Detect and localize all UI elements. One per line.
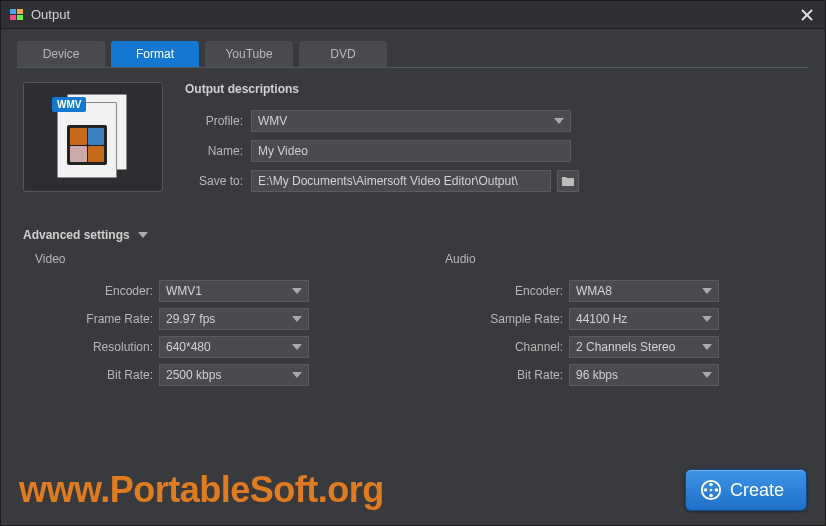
audio-encoder-select[interactable]: WMA8 — [569, 280, 719, 302]
video-bitrate-select[interactable]: 2500 kbps — [159, 364, 309, 386]
chevron-down-icon — [702, 288, 712, 294]
advanced-heading: Advanced settings — [23, 228, 130, 242]
svg-point-7 — [709, 483, 713, 487]
window-title: Output — [31, 7, 797, 22]
svg-rect-1 — [17, 9, 23, 14]
video-bitrate-label: Bit Rate: — [23, 368, 153, 382]
chevron-down-icon — [702, 372, 712, 378]
chevron-down-icon — [292, 288, 302, 294]
film-reel-icon — [700, 479, 722, 501]
chevron-down-icon — [554, 118, 564, 124]
close-icon — [801, 9, 813, 21]
output-descriptions: Output descriptions Profile: WMV Name: S — [185, 82, 803, 200]
framerate-value: 29.97 fps — [166, 312, 215, 326]
chevron-down-icon — [702, 344, 712, 350]
footer: www.PortableSoft.org Create — [1, 465, 825, 525]
video-bitrate-value: 2500 kbps — [166, 368, 221, 382]
titlebar: Output — [1, 1, 825, 29]
chevron-down-icon — [138, 232, 148, 238]
svg-point-9 — [709, 494, 713, 498]
audio-bitrate-label: Bit Rate: — [433, 368, 563, 382]
audio-settings-col: Audio Encoder: WMA8 Sample Rate: 44100 H… — [433, 248, 803, 392]
folder-icon — [561, 175, 575, 187]
samplerate-value: 44100 Hz — [576, 312, 627, 326]
audio-encoder-label: Encoder: — [433, 284, 563, 298]
tab-dvd[interactable]: DVD — [299, 41, 387, 67]
app-icon — [9, 7, 25, 23]
advanced-settings: Video Encoder: WMV1 Frame Rate: 29.97 fp… — [23, 248, 803, 392]
saveto-input[interactable] — [258, 174, 544, 188]
name-input[interactable] — [258, 144, 564, 158]
video-section-title: Video — [35, 252, 393, 266]
svg-point-8 — [715, 488, 719, 492]
svg-rect-0 — [10, 9, 16, 14]
video-encoder-label: Encoder: — [23, 284, 153, 298]
svg-point-11 — [710, 489, 713, 492]
samplerate-label: Sample Rate: — [433, 312, 563, 326]
video-settings-col: Video Encoder: WMV1 Frame Rate: 29.97 fp… — [23, 248, 393, 392]
video-encoder-value: WMV1 — [166, 284, 202, 298]
format-thumbnail-box: WMV — [23, 82, 163, 192]
film-icon — [67, 125, 107, 165]
audio-bitrate-select[interactable]: 96 kbps — [569, 364, 719, 386]
resolution-select[interactable]: 640*480 — [159, 336, 309, 358]
profile-label: Profile: — [185, 114, 243, 128]
channel-value: 2 Channels Stereo — [576, 340, 675, 354]
video-encoder-select[interactable]: WMV1 — [159, 280, 309, 302]
content-panel: WMV Output descriptions Profile: WMV Nam… — [17, 67, 809, 457]
tab-youtube[interactable]: YouTube — [205, 41, 293, 67]
svg-point-10 — [704, 488, 708, 492]
descriptions-heading: Output descriptions — [185, 82, 803, 96]
browse-folder-button[interactable] — [557, 170, 579, 192]
format-thumbnail: WMV — [57, 94, 129, 180]
create-button[interactable]: Create — [685, 469, 807, 511]
channel-label: Channel: — [433, 340, 563, 354]
framerate-select[interactable]: 29.97 fps — [159, 308, 309, 330]
audio-encoder-value: WMA8 — [576, 284, 612, 298]
svg-rect-2 — [10, 15, 16, 20]
name-input-wrap — [251, 140, 571, 162]
channel-select[interactable]: 2 Channels Stereo — [569, 336, 719, 358]
samplerate-select[interactable]: 44100 Hz — [569, 308, 719, 330]
format-badge: WMV — [52, 97, 86, 112]
tab-strip: Device Format YouTube DVD — [1, 29, 825, 67]
resolution-value: 640*480 — [166, 340, 211, 354]
chevron-down-icon — [292, 344, 302, 350]
tab-device[interactable]: Device — [17, 41, 105, 67]
svg-rect-3 — [17, 15, 23, 20]
chevron-down-icon — [702, 316, 712, 322]
close-button[interactable] — [797, 9, 817, 21]
saveto-input-wrap — [251, 170, 551, 192]
saveto-label: Save to: — [185, 174, 243, 188]
name-label: Name: — [185, 144, 243, 158]
profile-value: WMV — [258, 114, 287, 128]
create-label: Create — [730, 480, 784, 501]
profile-select[interactable]: WMV — [251, 110, 571, 132]
audio-bitrate-value: 96 kbps — [576, 368, 618, 382]
output-dialog: Output Device Format YouTube DVD WMV Out… — [0, 0, 826, 526]
audio-section-title: Audio — [445, 252, 803, 266]
framerate-label: Frame Rate: — [23, 312, 153, 326]
output-descriptions-row: WMV Output descriptions Profile: WMV Nam… — [23, 82, 803, 200]
resolution-label: Resolution: — [23, 340, 153, 354]
watermark-text: www.PortableSoft.org — [19, 469, 384, 511]
tab-format[interactable]: Format — [111, 41, 199, 67]
chevron-down-icon — [292, 372, 302, 378]
advanced-settings-toggle[interactable]: Advanced settings — [23, 228, 803, 242]
chevron-down-icon — [292, 316, 302, 322]
